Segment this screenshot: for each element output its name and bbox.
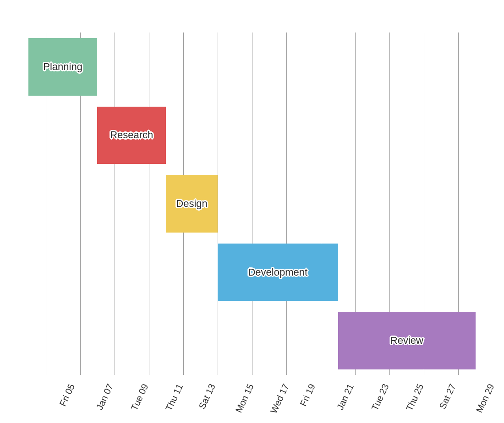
x-tick-label: Mon 15	[233, 382, 256, 414]
x-tick-label: Tue 23	[370, 382, 391, 412]
x-tick-label: Thu 25	[404, 382, 426, 412]
x-tick-label: Thu 11	[164, 382, 185, 412]
gridline	[115, 33, 115, 375]
gantt-bar-development[interactable]: Development	[218, 244, 338, 301]
gantt-chart: PlanningResearchDesignDevelopmentReview …	[0, 0, 504, 423]
x-tick-label: Tue 09	[129, 382, 150, 412]
gantt-bar-planning[interactable]: Planning	[28, 38, 97, 96]
x-tick-label: Jan 07	[94, 382, 115, 412]
gantt-bar-label: Design	[176, 198, 207, 210]
x-tick-label: Sat 27	[438, 382, 458, 411]
gantt-bar-review[interactable]: Review	[338, 312, 476, 369]
plot-area: PlanningResearchDesignDevelopmentReview	[28, 33, 476, 375]
x-tick-label: Fri 19	[298, 382, 318, 408]
gantt-bar-label: Review	[390, 335, 423, 347]
x-tick-label: Wed 17	[268, 382, 291, 415]
gantt-bar-label: Research	[110, 129, 153, 141]
x-tick-label: Fri 05	[57, 382, 77, 408]
gantt-bar-design[interactable]: Design	[166, 175, 218, 233]
gridline	[252, 33, 252, 375]
gridline	[218, 33, 218, 375]
gridline	[286, 33, 287, 375]
gantt-bar-label: Planning	[43, 61, 82, 73]
gantt-bar-label: Development	[248, 266, 307, 278]
x-tick-label: Mon 29	[474, 382, 497, 414]
x-tick-label: Jan 21	[335, 382, 356, 412]
x-tick-label: Sat 13	[197, 382, 217, 411]
gridline	[321, 33, 321, 375]
gantt-bar-research[interactable]: Research	[97, 107, 166, 164]
gridline	[149, 33, 149, 375]
